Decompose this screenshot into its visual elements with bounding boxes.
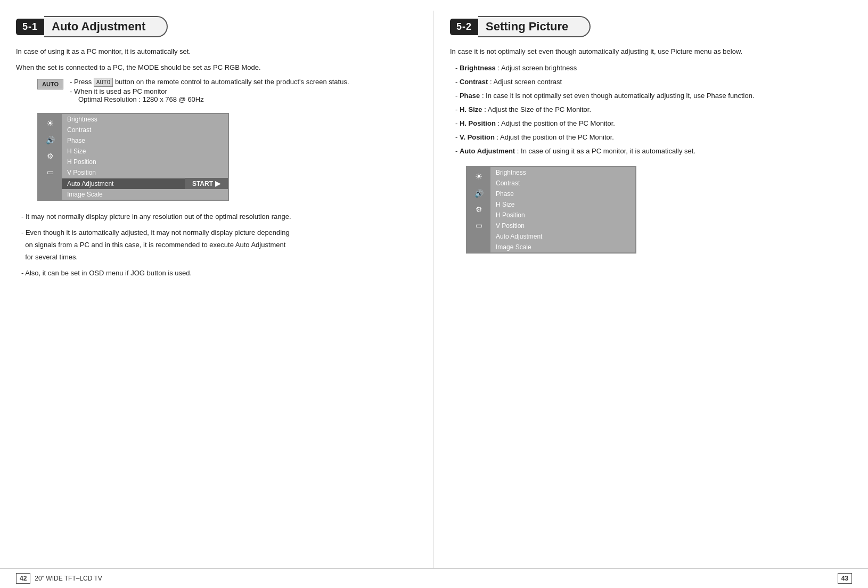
osd-r-imagescale: Image Scale bbox=[490, 242, 635, 252]
brightness-icon-r: ☀ bbox=[475, 172, 482, 182]
page-left: 42 bbox=[16, 573, 30, 584]
auto-inline-label: AUTO bbox=[94, 78, 113, 87]
right-title: Setting Picture bbox=[478, 16, 591, 37]
left-auto-section: AUTO - Press AUTO button on the remote c… bbox=[37, 78, 417, 103]
desc-vposition: - V. Position : Adjust the position of t… bbox=[455, 131, 852, 144]
start-arrow-icon: ▶ bbox=[215, 179, 220, 187]
osd-icon-sidebar: ☀ 🔊 ⚙ ▭ bbox=[38, 114, 62, 200]
right-badge: 5-2 bbox=[450, 19, 478, 35]
osd-r-contrast: Contrast bbox=[490, 178, 635, 189]
desc-hsize: - H. Size : Adjust the Size of the PC Mo… bbox=[455, 103, 852, 116]
bullet2: - When it is used as PC monitor bbox=[70, 87, 349, 95]
left-intro1: In case of using it as a PC monitor, it … bbox=[16, 46, 417, 58]
osd-r-brightness: Brightness bbox=[490, 167, 635, 178]
auto-desc-line1: - Press AUTO button on the remote contro… bbox=[70, 78, 349, 86]
display-icon-r: ▭ bbox=[476, 221, 482, 230]
osd-item-imagescale: Image Scale bbox=[62, 189, 228, 200]
osd-start-panel: START ▶ bbox=[185, 178, 228, 189]
note-3: - Also, it can be set in OSD menu if JOG… bbox=[21, 267, 417, 279]
right-desc-list: - Brightness : Adjust screen brightness … bbox=[450, 62, 852, 158]
desc-autoadjust: - Auto Adjustment : In case of using it … bbox=[455, 145, 852, 158]
osd-wrapper-left: ☀ 🔊 ⚙ ▭ Brightness Contrast Phase H Size… bbox=[37, 113, 229, 201]
footer-model: 20" WIDE TFT–LCD TV bbox=[35, 575, 102, 582]
right-section-header: 5-2 Setting Picture bbox=[450, 16, 852, 37]
osd-menu-right: ☀ 🔊 ⚙ ▭ Brightness Contrast Phase H Size… bbox=[466, 166, 852, 254]
footer-right: 43 bbox=[838, 575, 852, 582]
auto-row: AUTO - Press AUTO button on the remote c… bbox=[37, 78, 417, 103]
auto-description: - Press AUTO button on the remote contro… bbox=[70, 78, 349, 103]
desc-brightness: - Brightness : Adjust screen brightness bbox=[455, 62, 852, 75]
osd-item-hposition: H Position bbox=[62, 157, 228, 167]
osd-item-brightness: Brightness bbox=[62, 114, 228, 125]
display-icon: ▭ bbox=[47, 168, 54, 176]
osd-item-hsize: H Size bbox=[62, 146, 228, 157]
osd-item-contrast: Contrast bbox=[62, 125, 228, 135]
settings-icon: ⚙ bbox=[47, 152, 54, 160]
left-title: Auto Adjustment bbox=[44, 16, 168, 37]
right-intro: In case it is not optimally set even tho… bbox=[450, 46, 852, 58]
osd-menu-left: ☀ 🔊 ⚙ ▭ Brightness Contrast Phase H Size… bbox=[37, 113, 417, 201]
left-section-header: 5-1 Auto Adjustment bbox=[16, 16, 417, 37]
page-right: 43 bbox=[838, 573, 852, 584]
footer: 42 20" WIDE TFT–LCD TV 43 bbox=[0, 568, 868, 588]
auto-label-box: AUTO bbox=[37, 79, 63, 89]
osd-item-vposition: V Position bbox=[62, 167, 228, 178]
left-intro2: When the set is connected to a PC, the M… bbox=[16, 62, 417, 74]
volume-icon-r: 🔊 bbox=[474, 189, 484, 198]
osd-icon-sidebar-right: ☀ 🔊 ⚙ ▭ bbox=[467, 167, 490, 252]
left-notes: - It may not normally display picture in… bbox=[16, 210, 417, 279]
note-1: - It may not normally display picture in… bbox=[21, 210, 417, 223]
desc-phase: - Phase : In case it is not optimally se… bbox=[455, 89, 852, 102]
bullet1-pre: - Press bbox=[70, 78, 94, 86]
note-2: - Even though it is automatically adjust… bbox=[21, 226, 417, 264]
volume-icon: 🔊 bbox=[46, 136, 55, 144]
right-panel: 5-2 Setting Picture In case it is not op… bbox=[434, 11, 868, 568]
left-badge: 5-1 bbox=[16, 19, 44, 35]
left-panel: 5-1 Auto Adjustment In case of using it … bbox=[0, 11, 434, 568]
bullet3: Optimal Resolution : 1280 x 768 @ 60Hz bbox=[78, 95, 349, 103]
osd-r-phase: Phase bbox=[490, 189, 635, 199]
osd-item-phase: Phase bbox=[62, 135, 228, 146]
bullet1-post: button on the remote control to automati… bbox=[115, 78, 349, 86]
start-label: START bbox=[192, 180, 213, 187]
osd-items-right: Brightness Contrast Phase H Size H Posit… bbox=[490, 167, 635, 252]
desc-hposition: - H. Position : Adjust the position of t… bbox=[455, 117, 852, 130]
osd-wrapper-right: ☀ 🔊 ⚙ ▭ Brightness Contrast Phase H Size… bbox=[466, 166, 636, 254]
footer-left: 42 20" WIDE TFT–LCD TV bbox=[16, 573, 102, 584]
settings-icon-r: ⚙ bbox=[476, 205, 482, 214]
osd-selected-row: Auto Adjustment START ▶ bbox=[62, 178, 228, 189]
osd-r-vposition: V Position bbox=[490, 220, 635, 231]
osd-r-autoadjust: Auto Adjustment bbox=[490, 231, 635, 242]
brightness-icon: ☀ bbox=[46, 118, 54, 128]
osd-item-autoadjust: Auto Adjustment bbox=[62, 178, 185, 189]
desc-contrast: - Contrast : Adjust screen contrast bbox=[455, 76, 852, 88]
osd-r-hposition: H Position bbox=[490, 210, 635, 220]
osd-r-hsize: H Size bbox=[490, 199, 635, 210]
osd-items-left: Brightness Contrast Phase H Size H Posit… bbox=[62, 114, 228, 200]
